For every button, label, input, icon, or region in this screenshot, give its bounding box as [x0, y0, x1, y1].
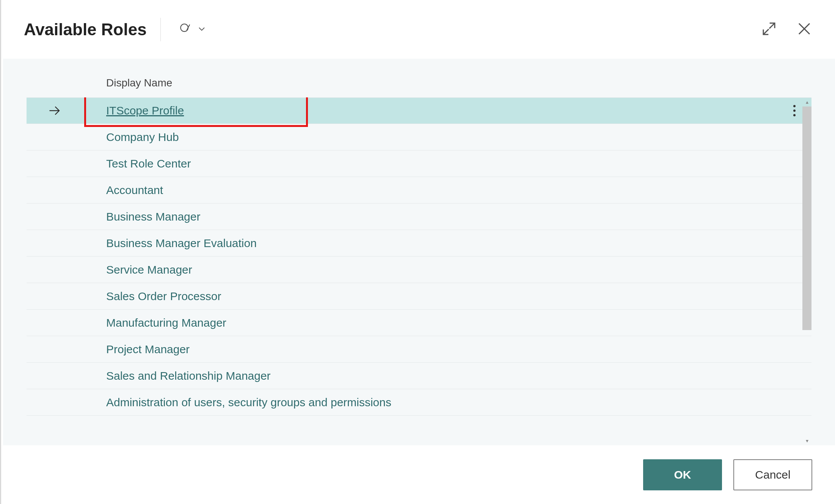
role-row[interactable]: Test Role Center [27, 150, 811, 177]
column-header-display-name[interactable]: Display Name [27, 77, 811, 97]
chevron-down-icon [197, 24, 206, 35]
svg-point-8 [793, 110, 796, 112]
roles-list: ITScope Profile Company Hub Test Role Ce… [27, 97, 811, 445]
scroll-down-icon[interactable]: ▾ [802, 436, 811, 445]
role-label[interactable]: Business Manager Evaluation [106, 237, 777, 250]
dialog-body: Display Name ITScope Profile [3, 59, 835, 445]
search-icon [179, 22, 192, 37]
role-label[interactable]: Service Manager [106, 263, 777, 276]
role-label[interactable]: ITScope Profile [106, 104, 777, 117]
ok-button[interactable]: OK [643, 459, 722, 490]
cancel-button[interactable]: Cancel [733, 459, 812, 490]
role-label[interactable]: Accountant [106, 184, 777, 197]
close-icon[interactable] [796, 21, 812, 38]
scroll-thumb[interactable] [802, 106, 811, 330]
role-row[interactable]: Service Manager [27, 257, 811, 283]
role-label[interactable]: Manufacturing Manager [106, 316, 777, 329]
role-row[interactable]: Manufacturing Manager [27, 310, 811, 336]
role-label[interactable]: Project Manager [106, 343, 777, 356]
role-label[interactable]: Business Manager [106, 210, 777, 223]
svg-line-2 [769, 23, 775, 28]
scrollbar[interactable]: ▴ ▾ [802, 97, 811, 445]
header-divider [160, 18, 161, 41]
role-row[interactable]: Business Manager Evaluation [27, 230, 811, 257]
role-label[interactable]: Sales and Relationship Manager [106, 369, 777, 382]
role-row[interactable]: Sales and Relationship Manager [27, 363, 811, 389]
role-row[interactable]: Administration of users, security groups… [27, 389, 811, 416]
available-roles-dialog: Available Roles [0, 0, 835, 504]
role-row[interactable]: ITScope Profile [27, 97, 811, 124]
scroll-up-icon[interactable]: ▴ [802, 97, 811, 106]
role-row[interactable]: Business Manager [27, 203, 811, 230]
role-label[interactable]: Sales Order Processor [106, 290, 777, 303]
role-row[interactable]: Sales Order Processor [27, 283, 811, 310]
svg-line-3 [763, 29, 769, 34]
role-row[interactable]: Project Manager [27, 336, 811, 363]
role-label[interactable]: Administration of users, security groups… [106, 396, 777, 409]
role-row[interactable]: Company Hub [27, 124, 811, 150]
header-actions [761, 21, 812, 38]
role-label[interactable]: Company Hub [106, 131, 777, 144]
expand-icon[interactable] [761, 21, 777, 38]
svg-point-0 [180, 24, 188, 31]
dialog-header: Available Roles [1, 0, 835, 59]
dialog-footer: OK Cancel [1, 445, 835, 504]
search-button[interactable] [179, 22, 206, 37]
svg-point-9 [793, 114, 796, 116]
role-label[interactable]: Test Role Center [106, 157, 777, 170]
dialog-title: Available Roles [24, 20, 147, 39]
role-row[interactable]: Accountant [27, 177, 811, 203]
svg-point-7 [793, 105, 796, 107]
row-selected-indicator [27, 104, 106, 117]
